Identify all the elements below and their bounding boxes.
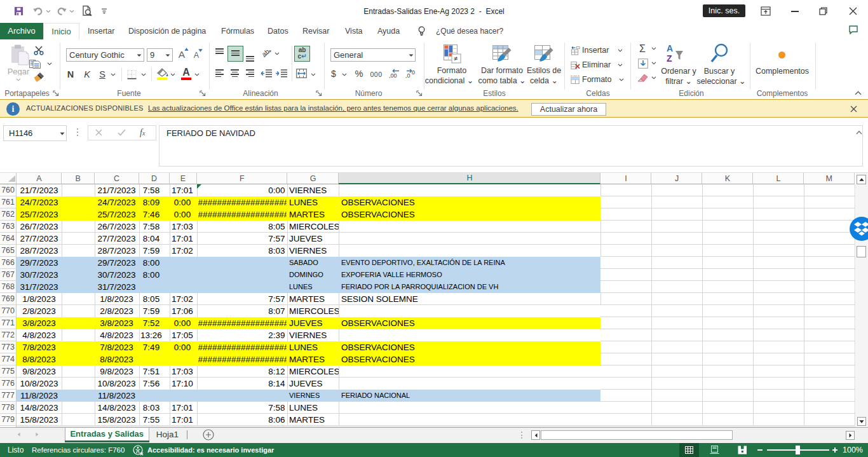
svg-text:ab: ab [261, 48, 271, 58]
svg-text:,00: ,00 [389, 72, 397, 79]
svg-text:A: A [667, 43, 673, 53]
svg-text:≠: ≠ [454, 55, 458, 62]
svg-text:Z: Z [667, 53, 672, 64]
svg-text:,0: ,0 [405, 72, 410, 79]
svg-text:0: 0 [412, 69, 415, 76]
